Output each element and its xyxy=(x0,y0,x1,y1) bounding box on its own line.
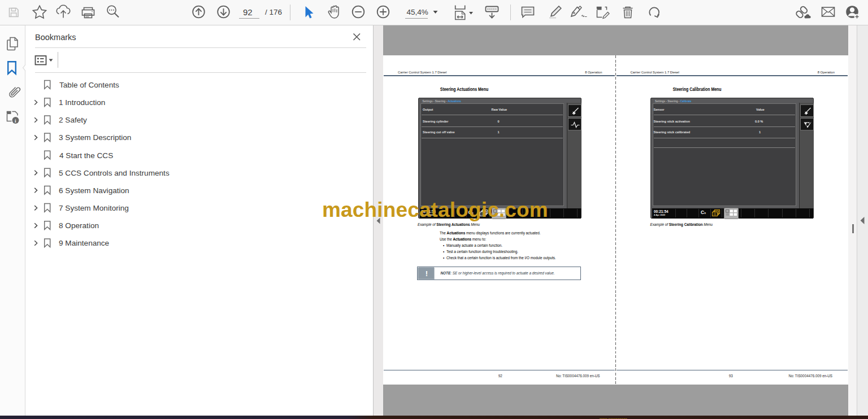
svg-text:45,4%: 45,4% xyxy=(407,8,428,16)
